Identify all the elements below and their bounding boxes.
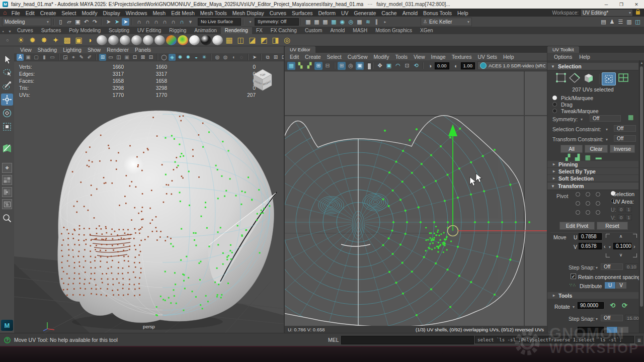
plugin-shapes-icon[interactable]: ◌	[238, 54, 245, 61]
shelf-tab-fx[interactable]: FX	[252, 27, 267, 34]
pixel-snap-icon[interactable]: ⊡	[403, 62, 411, 70]
symmetry-options-arrow-icon[interactable]: ▾	[247, 18, 254, 26]
clear-button[interactable]: Clear	[585, 145, 608, 153]
standard-surface-icon[interactable]	[97, 35, 107, 45]
move-left-button[interactable]: ‹	[604, 243, 606, 249]
move-up-button[interactable]: ∧	[612, 234, 630, 239]
menu-create[interactable]: Create	[37, 10, 59, 16]
clipped-scale-field[interactable]	[578, 327, 604, 333]
render-target-icon[interactable]: ◎	[282, 35, 292, 45]
vertex-mode-button[interactable]	[554, 72, 568, 85]
pause-viewport-icon[interactable]: ∥	[373, 18, 380, 26]
uv-menu-uv-sets[interactable]: UV Sets	[474, 54, 500, 60]
uv-canvas[interactable]	[285, 71, 547, 326]
uv-menu-create[interactable]: Create	[302, 54, 324, 60]
select-tool[interactable]	[1, 53, 13, 65]
light-editor-icon[interactable]: ▦	[356, 18, 363, 26]
uv-menu-textures[interactable]: Textures	[449, 54, 475, 60]
open-scene-icon[interactable]: ▱	[65, 18, 73, 26]
layout-four-pane-button[interactable]	[2, 175, 12, 185]
uv-menu-help[interactable]: Help	[500, 54, 517, 60]
shelf-menu-icon[interactable]: ▪	[1, 29, 6, 34]
motion-blur-icon[interactable]: ◨	[270, 35, 281, 45]
perspective-viewport[interactable]: ViewShadingLightingShowRendererPanels A▣…	[14, 46, 284, 333]
shelf-tab-mash[interactable]: MASH	[349, 27, 371, 34]
reset-pivot-button[interactable]: Reset	[597, 222, 628, 230]
sequence-render-icon[interactable]: ≋	[364, 18, 372, 26]
uv-mode-button[interactable]	[602, 72, 616, 85]
camera-icon[interactable]: ◗	[85, 35, 96, 45]
selection-constraint-field[interactable]: Off	[614, 125, 636, 132]
two-d-pan-zoom-icon[interactable]: ◲	[62, 54, 69, 61]
menu-select[interactable]: Select	[59, 10, 79, 16]
edit-pivot-button[interactable]: Edit Pivot	[559, 222, 595, 230]
last-tool-uv-editor[interactable]	[1, 142, 13, 154]
menu-edit[interactable]: Edit	[23, 10, 37, 16]
ambient-light-icon[interactable]: ▣	[73, 35, 84, 45]
workspace-lock-icon[interactable]	[636, 11, 640, 15]
chevron-down-icon[interactable]: ▾	[596, 265, 598, 270]
texture-borders-icon[interactable]: ⊞	[314, 62, 323, 70]
hypershade-icon[interactable]: ◉	[339, 18, 346, 26]
menu-mesh[interactable]: Mesh	[150, 10, 169, 16]
render-frame-icon[interactable]: ▦	[313, 18, 320, 26]
image-plane-icon[interactable]: ▭	[49, 54, 56, 61]
shelf-tab-custom[interactable]: Custom	[301, 27, 326, 34]
uv-move-icon[interactable]: ✥	[376, 62, 384, 70]
uv-menu-tools[interactable]: Tools	[392, 54, 411, 60]
ramp-material-icon[interactable]	[166, 35, 177, 45]
menu-uv[interactable]: UV	[338, 10, 351, 16]
move-u-field[interactable]: 0.7858	[579, 233, 602, 240]
symmetry-field[interactable]: Symmetry: Off	[255, 18, 299, 26]
menu-set-dropdown[interactable]: Modeling ▾	[2, 18, 51, 26]
field-chart-icon[interactable]: ⊡	[131, 54, 138, 61]
camera-attributes-icon[interactable]: ▢	[33, 54, 40, 61]
step-snap-field[interactable]: Off	[601, 263, 623, 270]
shelf-options-icon[interactable]: ▾	[7, 29, 13, 34]
shelf-tab-animation[interactable]: Animation	[190, 27, 220, 34]
film-gate-icon[interactable]: ▭	[107, 54, 114, 61]
menu-bonus-tools[interactable]: Bonus Tools	[421, 10, 455, 16]
redo-icon[interactable]: ↷	[91, 18, 99, 26]
symmetry-grid-icon[interactable]: ▦	[628, 114, 633, 121]
channel-box-icon[interactable]: ☰	[617, 18, 624, 26]
shelf-tab-poly-modeling[interactable]: Poly Modeling	[65, 27, 105, 34]
transform-constraint-field[interactable]: Off	[614, 135, 636, 142]
grow-shell-icon[interactable]: ▞	[566, 154, 570, 161]
snap-view-plane-icon[interactable]: ∩	[170, 18, 177, 26]
uv-menu-view[interactable]: View	[411, 54, 428, 60]
workspace-select[interactable]: UV Editing* ▾	[581, 9, 633, 17]
dim-image-icon[interactable]: ◎	[347, 62, 355, 70]
render-settings-icon[interactable]: ▦	[330, 18, 338, 26]
edge-mode-button[interactable]	[568, 72, 582, 85]
rotate-ccw-icon[interactable]: ⟲	[610, 302, 615, 309]
camera-down-icon[interactable]: ✎	[78, 54, 85, 61]
exposure-icon[interactable]: ◑	[426, 62, 434, 70]
colorspace-dropdown[interactable]: ACES 1.0 SDR-video (sRGB) ▾	[477, 61, 547, 70]
shelf-tab-rendering[interactable]: Rendering	[221, 27, 252, 34]
select-camera-icon[interactable]: A	[17, 54, 24, 61]
contrast-icon[interactable]: ◐	[452, 62, 460, 70]
render-view-icon[interactable]: ▦	[304, 18, 312, 26]
volume-light-icon[interactable]: ▩	[62, 35, 72, 45]
script-editor-icon[interactable]: ≣	[635, 336, 643, 344]
uv-lattice-icon[interactable]: ◠	[394, 62, 402, 70]
ipr-render-icon[interactable]: ▦	[321, 18, 329, 26]
move-v-field[interactable]: 0.6578	[579, 243, 602, 249]
lasso-tool[interactable]	[1, 66, 13, 78]
uv-toolkit-tab[interactable]: UV Toolkit	[547, 46, 579, 53]
spot-light-icon[interactable]: ☀	[16, 35, 26, 45]
shaded-textured-icon[interactable]: ◈	[169, 54, 176, 61]
pivot-position-radio[interactable]	[596, 192, 600, 197]
chevron-down-icon[interactable]: ▾	[581, 117, 583, 122]
bookmark-icon[interactable]: ▮	[41, 54, 48, 61]
head-mesh[interactable]	[58, 111, 274, 323]
clipped-u-button[interactable]	[607, 327, 617, 333]
lock-camera-icon[interactable]: ▣	[25, 54, 32, 61]
render-cost-icon[interactable]: ◩	[259, 35, 269, 45]
menu-modify[interactable]: Modify	[79, 10, 100, 16]
ambient-occlusion-icon[interactable]: ◒	[193, 54, 200, 61]
shrink-shell-icon[interactable]: ▟	[575, 154, 580, 161]
toolkit-scrollbar[interactable]: ▲	[639, 60, 644, 333]
snap-grid-icon[interactable]: ∩	[135, 18, 143, 26]
